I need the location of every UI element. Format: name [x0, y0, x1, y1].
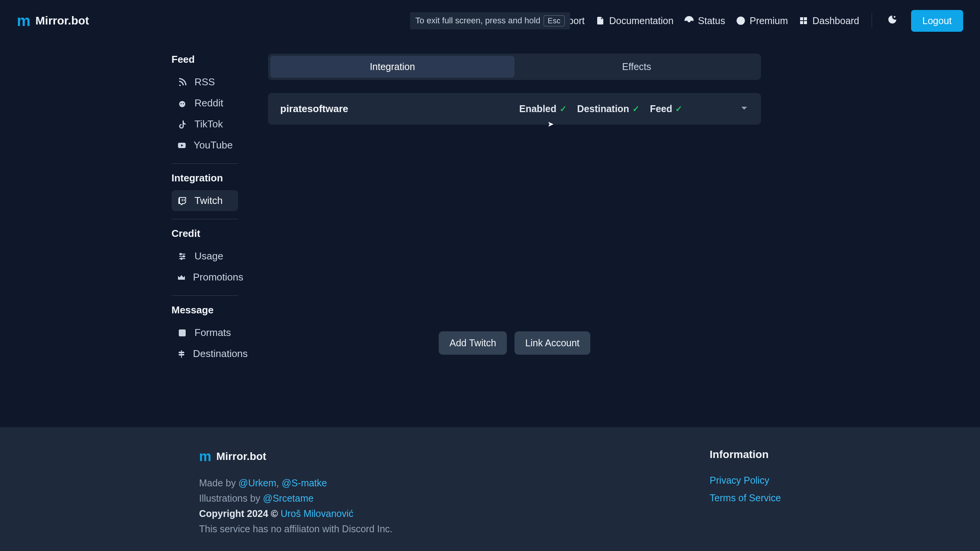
sidebar-heading-message: Message: [172, 304, 238, 316]
header-nav: Support Documentation Status Premium Das…: [537, 10, 963, 32]
integration-row[interactable]: piratesoftware Enabled ✓ Destination ✓ F…: [268, 93, 761, 125]
made-by-link-1[interactable]: @Urkem: [238, 478, 276, 488]
sidebar-item-rss[interactable]: RSS: [172, 72, 238, 93]
status-destination: Destination ✓: [577, 103, 639, 114]
footer-links: Privacy Policy Terms of Service: [710, 471, 781, 507]
sidebar-item-label: YouTube: [194, 139, 233, 151]
nav-status[interactable]: Status: [684, 15, 725, 26]
check-icon: ✓: [632, 104, 639, 114]
status-enabled-label: Enabled: [519, 103, 556, 114]
illustrations-prefix: Illustrations by: [199, 493, 263, 504]
sidebar-item-usage[interactable]: Usage: [172, 246, 238, 267]
sidebar-item-tiktok[interactable]: TikTok: [172, 114, 238, 135]
sidebar-item-formats[interactable]: Formats: [172, 322, 238, 343]
footer-left: m Mirror.bot Made by @Urkem, @S-matke Il…: [0, 448, 392, 551]
dashboard-icon: [799, 16, 808, 26]
sidebar-heading-feed: Feed: [172, 54, 238, 65]
add-twitch-button[interactable]: Add Twitch: [439, 331, 507, 355]
svg-point-9: [181, 103, 182, 104]
svg-point-8: [179, 101, 185, 107]
svg-rect-5: [800, 21, 803, 24]
check-icon: ✓: [675, 104, 682, 114]
footer-link-privacy[interactable]: Privacy Policy: [710, 471, 781, 489]
logo-icon: m: [17, 12, 29, 29]
theme-icon: [887, 14, 898, 27]
nav-documentation[interactable]: Documentation: [595, 15, 673, 26]
svg-point-13: [183, 256, 185, 257]
svg-point-10: [183, 103, 184, 104]
sidebar-item-label: Reddit: [194, 97, 223, 109]
footer-info-heading: Information: [710, 448, 781, 461]
footer-made-by: Made by @Urkem, @S-matke: [199, 475, 392, 491]
svg-point-14: [181, 258, 182, 259]
divider: [872, 13, 872, 28]
tab-integration[interactable]: Integration: [270, 56, 514, 78]
sidebar-section-feed: Feed RSS Reddit TikTok YouTube: [172, 54, 238, 156]
list-icon: [177, 328, 188, 338]
svg-point-12: [180, 253, 181, 255]
document-icon: [595, 16, 605, 26]
nav-dashboard[interactable]: Dashboard: [799, 15, 859, 26]
sidebar-divider: [172, 219, 238, 219]
action-row: Add Twitch Link Account: [268, 331, 761, 355]
tabs: Integration Effects: [268, 54, 761, 80]
copyright-prefix: Copyright 2024 ©: [199, 508, 281, 519]
logout-button[interactable]: Logout: [911, 10, 963, 32]
footer-illustrations: Illustrations by @Srcetame: [199, 491, 392, 506]
sidebar: Feed RSS Reddit TikTok YouTube Integrati…: [0, 54, 268, 427]
status-destination-label: Destination: [577, 103, 629, 114]
sidebar-item-label: Usage: [194, 250, 223, 262]
status-enabled: Enabled ✓: [519, 103, 566, 114]
twitch-icon: [177, 196, 188, 206]
crown-icon: [177, 272, 186, 283]
link-account-button[interactable]: Link Account: [514, 331, 590, 355]
copyright-name[interactable]: Uroš Milovanović: [281, 508, 353, 519]
svg-rect-3: [800, 17, 803, 20]
main: Feed RSS Reddit TikTok YouTube Integrati…: [0, 41, 980, 427]
reddit-icon: [177, 98, 188, 109]
sidebar-item-label: TikTok: [194, 118, 223, 130]
sidebar-item-destinations[interactable]: Destinations: [172, 343, 238, 364]
footer-brand[interactable]: m Mirror.bot: [199, 448, 392, 465]
sidebar-item-twitch[interactable]: Twitch: [172, 190, 238, 211]
brand-group[interactable]: m Mirror.bot: [17, 12, 89, 29]
sidebar-item-label: Destinations: [193, 348, 248, 360]
footer-disclaimer: This service has no affiliaton with Disc…: [199, 521, 392, 536]
footer-link-terms[interactable]: Terms of Service: [710, 489, 781, 507]
svg-point-7: [893, 16, 895, 18]
fullscreen-hint-text: To exit full screen, press and hold: [415, 16, 541, 26]
sidebar-divider: [172, 295, 238, 296]
tab-effects[interactable]: Effects: [514, 56, 759, 78]
fullscreen-hint: To exit full screen, press and hold Esc: [410, 12, 570, 29]
illustrations-link[interactable]: @Srcetame: [263, 493, 314, 504]
svg-rect-6: [804, 21, 807, 24]
nav-status-label: Status: [698, 15, 725, 26]
sidebar-item-youtube[interactable]: YouTube: [172, 135, 238, 156]
footer-copyright: Copyright 2024 © Uroš Milovanović: [199, 506, 392, 521]
nav-premium[interactable]: Premium: [736, 15, 788, 26]
footer: m Mirror.bot Made by @Urkem, @S-matke Il…: [0, 427, 980, 551]
sidebar-item-reddit[interactable]: Reddit: [172, 93, 238, 114]
brand-name: Mirror.bot: [36, 14, 89, 27]
sidebar-divider: [172, 163, 238, 164]
premium-icon: [736, 16, 746, 26]
made-by-sep: ,: [276, 478, 282, 488]
nav-dashboard-label: Dashboard: [812, 15, 859, 26]
youtube-icon: [177, 140, 187, 151]
logo-icon: m: [199, 448, 210, 465]
tiktok-icon: [177, 119, 188, 130]
signpost-icon: [177, 349, 186, 359]
sidebar-item-promotions[interactable]: Promotions: [172, 267, 238, 288]
status-icon: [684, 16, 694, 26]
svg-point-2: [739, 19, 743, 23]
theme-toggle[interactable]: [884, 13, 900, 29]
chevron-down-icon[interactable]: [740, 103, 749, 115]
status-feed: Feed ✓: [650, 103, 682, 114]
made-by-link-2[interactable]: @S-matke: [282, 478, 327, 488]
footer-right: Information Privacy Policy Terms of Serv…: [710, 448, 980, 551]
nav-documentation-label: Documentation: [609, 15, 673, 26]
rss-icon: [177, 77, 188, 88]
header: m Mirror.bot To exit full screen, press …: [0, 0, 980, 41]
integration-name: piratesoftware: [280, 103, 519, 115]
sidebar-item-label: Promotions: [193, 271, 243, 283]
